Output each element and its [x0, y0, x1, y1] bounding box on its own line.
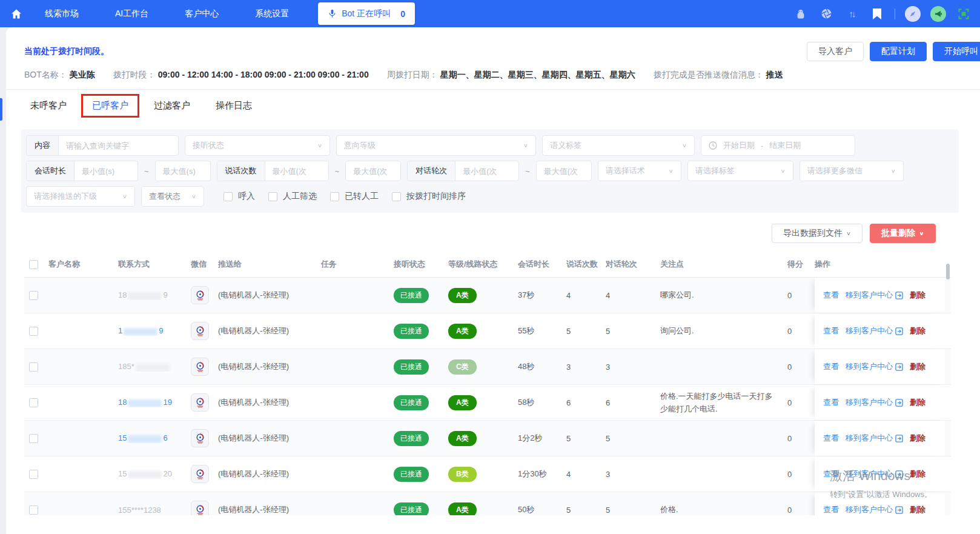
checkbox-box[interactable]	[268, 192, 277, 201]
date-range-picker[interactable]: 开始日期 - 结束日期	[701, 135, 855, 156]
keyword-input[interactable]	[59, 136, 178, 155]
phone-cell: 185*	[118, 362, 191, 371]
row-checkbox[interactable]	[29, 506, 38, 515]
tag-select[interactable]: 请选择标签 ∨	[687, 161, 793, 181]
start-call-button[interactable]: 开始呼叫 ∨	[933, 42, 980, 61]
tab-3[interactable]: 过滤客户	[154, 100, 190, 112]
delete-link[interactable]: 删除	[910, 397, 925, 408]
filter-checkbox-4[interactable]: 按拨打时间排序	[392, 191, 466, 202]
semantic-tag-select[interactable]: 语义标签 ∨	[542, 135, 695, 156]
checkbox-box[interactable]	[330, 192, 339, 201]
row-checkbox[interactable]	[29, 434, 38, 443]
microphone-icon	[328, 8, 337, 19]
sort-arrows-icon[interactable]: ↑↓	[844, 6, 859, 22]
configure-plan-button[interactable]: 配置计划	[870, 42, 927, 61]
delete-link[interactable]: 删除	[910, 433, 925, 444]
view-link[interactable]: 查看	[823, 433, 839, 444]
bookmark-icon[interactable]	[869, 6, 885, 22]
nav-item-1[interactable]: 线索市场	[27, 8, 97, 19]
chevron-down-icon: ∨	[669, 168, 674, 174]
view-link[interactable]: 查看	[823, 290, 839, 301]
talk-max-input[interactable]	[346, 161, 400, 181]
talk-count-cell: 5	[566, 506, 606, 515]
move-to-center-link[interactable]: 移到客户中心	[846, 504, 903, 515]
wechat-icon[interactable]	[191, 358, 209, 376]
move-to-center-link[interactable]: 移到客户中心	[846, 361, 903, 372]
screenshot-icon[interactable]	[956, 6, 972, 22]
row-checkbox[interactable]	[29, 291, 38, 300]
listen-status-select[interactable]: 接听状态 ∨	[185, 135, 330, 156]
view-link[interactable]: 查看	[823, 361, 839, 372]
sidebar-handle[interactable]	[0, 98, 2, 121]
delete-link[interactable]: 删除	[910, 504, 925, 515]
table-scrollbar[interactable]	[946, 264, 950, 279]
listen-status-placeholder: 接听状态	[193, 140, 317, 151]
move-to-center-link[interactable]: 移到客户中心	[846, 469, 903, 479]
checkbox-box[interactable]	[223, 192, 233, 201]
delete-link[interactable]: 删除	[910, 361, 925, 372]
wechat-icon[interactable]	[191, 286, 209, 304]
checkbox-box[interactable]	[392, 192, 401, 201]
nav-item-4[interactable]: 系统设置	[237, 8, 307, 19]
view-link[interactable]: 查看	[823, 469, 839, 479]
move-to-center-link[interactable]: 移到客户中心	[846, 433, 903, 444]
filter-checkbox-1[interactable]: 呼入	[223, 191, 255, 202]
view-link[interactable]: 查看	[823, 397, 839, 408]
view-link[interactable]: 查看	[823, 504, 839, 515]
duration-min-input[interactable]	[74, 161, 137, 181]
tab-1[interactable]: 未呼客户	[30, 100, 67, 112]
wechat-icon[interactable]	[191, 465, 209, 483]
android-icon[interactable]	[793, 6, 809, 22]
rounds-min-input[interactable]	[455, 161, 518, 181]
table-header: 客户名称联系方式微信推送给任务接听状态等级/线路状态会话时长说话次数对话轮次关注…	[24, 252, 951, 278]
aperture-icon[interactable]	[818, 6, 834, 22]
wechat-icon[interactable]	[191, 322, 209, 340]
delete-link[interactable]: 删除	[910, 325, 925, 336]
listen-status-cell: 已接通	[394, 395, 448, 410]
actions-cell: 查看移到客户中心删除	[815, 385, 945, 420]
nav-item-3[interactable]: 客户中心	[167, 8, 237, 19]
move-to-center-link[interactable]: 移到客户中心	[846, 397, 903, 408]
rounds-max-input[interactable]	[537, 161, 591, 181]
batch-delete-button[interactable]: 批量删除 ∨	[870, 224, 936, 243]
select-all-checkbox[interactable]	[29, 260, 38, 269]
more-wechat-select[interactable]: 请选择更多微信 ∨	[800, 161, 904, 181]
home-icon[interactable]	[6, 8, 27, 20]
row-checkbox[interactable]	[29, 327, 38, 336]
move-to-center-link[interactable]: 移到客户中心	[846, 290, 903, 301]
delete-link[interactable]: 删除	[910, 469, 925, 479]
row-checkbox[interactable]	[29, 398, 38, 407]
push-subordinate-select[interactable]: 请选择推送的下级 ∨	[26, 186, 135, 207]
view-link[interactable]: 查看	[823, 325, 839, 336]
duration-max-input[interactable]	[156, 161, 210, 181]
wechat-icon[interactable]	[191, 393, 209, 412]
talk-min-input[interactable]	[265, 161, 328, 181]
tab-2[interactable]: 已呼客户	[92, 100, 128, 112]
filter-checkbox-2[interactable]: 人工筛选	[268, 191, 317, 202]
intent-level-select[interactable]: 意向等级 ∨	[336, 135, 536, 156]
tab-4[interactable]: 操作日志	[216, 100, 252, 112]
nav-item-2[interactable]: AI工作台	[97, 8, 167, 19]
actions-cell: 查看移到客户中心删除	[815, 456, 945, 492]
info-value: 推送	[766, 70, 783, 79]
megaphone-icon[interactable]	[930, 6, 946, 22]
export-data-button[interactable]: 导出数据到文件 ∨	[772, 224, 862, 243]
column-header-11: 关注点	[660, 259, 787, 270]
listen-status-cell: 已接通	[394, 502, 448, 516]
bot-calling-button[interactable]: Bot 正在呼叫 0	[318, 2, 415, 25]
delete-link[interactable]: 删除	[910, 290, 925, 301]
move-label: 移到客户中心	[846, 469, 893, 479]
table-row: 155****1238(电销机器人-张经理)已接通A类50秒55价格.0查看移到…	[24, 492, 951, 515]
compass-icon[interactable]	[905, 6, 921, 22]
wechat-icon[interactable]	[191, 429, 209, 447]
info-label: 拨打完成是否推送微信消息：	[654, 70, 764, 79]
wechat-icon[interactable]	[191, 501, 209, 515]
move-to-center-link[interactable]: 移到客户中心	[846, 325, 903, 336]
filter-checkbox-3[interactable]: 已转人工	[330, 191, 379, 202]
range-tilde: ~	[525, 167, 530, 176]
import-customers-button[interactable]: 导入客户	[807, 42, 864, 61]
script-select[interactable]: 请选择话术 ∨	[598, 161, 681, 181]
row-checkbox[interactable]	[29, 470, 38, 479]
row-checkbox[interactable]	[29, 362, 38, 372]
view-status-select[interactable]: 查看状态 ∨	[141, 186, 204, 207]
